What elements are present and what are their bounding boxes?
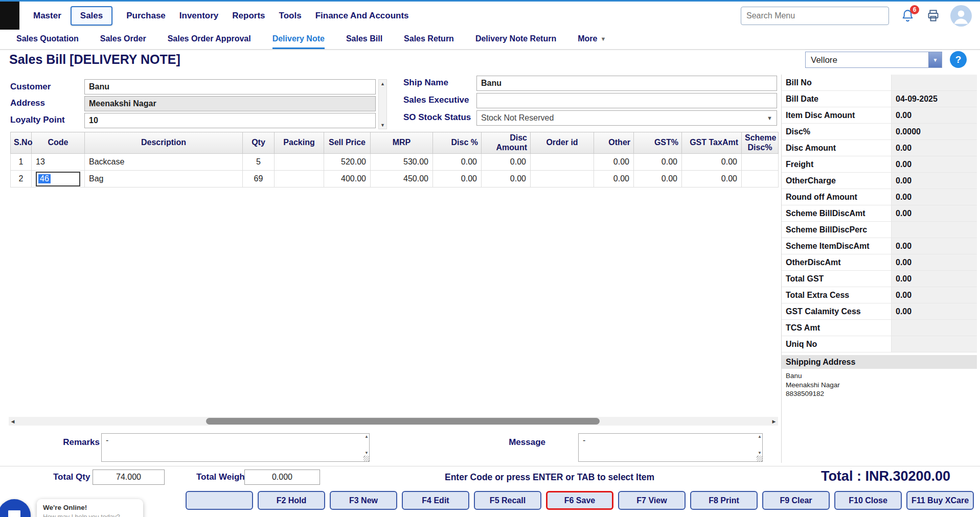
items-table: S.No Code Description Qty Packing Sell P…: [10, 132, 779, 187]
tab-delivery-note-return[interactable]: Delivery Note Return: [475, 30, 556, 49]
chat-status-card[interactable]: We're Online! How may I help you today?: [37, 499, 143, 517]
scroll-right-icon[interactable]: ▶: [770, 417, 778, 426]
items-header-row: S.No Code Description Qty Packing Sell P…: [11, 132, 779, 154]
cell-description: Bag: [85, 171, 243, 187]
branch-select[interactable]: Vellore ▼: [805, 52, 942, 68]
page-title: Sales Bill [DELIVERY NOTE]: [9, 52, 180, 67]
remarks-textarea[interactable]: - ▲ ▼: [101, 433, 370, 462]
sales-executive-label: Sales Executive: [403, 95, 469, 105]
tab-sales-quotation[interactable]: Sales Quotation: [16, 30, 79, 49]
dropdown-arrow-icon[interactable]: ▼: [928, 52, 942, 67]
f6-save-button[interactable]: F6 Save: [546, 491, 613, 510]
summary-row: Bill No: [782, 75, 977, 91]
total-qty-label: Total Qty: [53, 472, 90, 482]
f7-view-button[interactable]: F7 View: [618, 491, 686, 510]
total-weight-input[interactable]: [244, 469, 320, 485]
cell-disc-amount: 0.00: [482, 154, 531, 171]
scroll-up-icon[interactable]: ▲: [379, 80, 386, 87]
address-label: Address: [10, 98, 45, 108]
tab-sales-return[interactable]: Sales Return: [404, 30, 454, 49]
item-row[interactable]: 1 13 Backcase 5 520.00 530.00 0.00 0.00 …: [11, 154, 779, 171]
summary-label: OtherCharge: [782, 173, 891, 189]
resize-grip-icon[interactable]: [757, 456, 762, 461]
horizontal-scrollbar-thumb[interactable]: [206, 418, 600, 425]
summary-value: [891, 75, 977, 90]
f4-edit-button[interactable]: F4 Edit: [402, 491, 469, 510]
cell-other: 0.00: [594, 154, 634, 171]
col-header-description: Description: [85, 132, 243, 154]
scroll-down-icon[interactable]: ▼: [364, 451, 369, 455]
code-editor-input[interactable]: 46: [36, 172, 80, 186]
so-stock-status-select[interactable]: Stock Not Reserved ▼: [476, 110, 777, 126]
customer-input[interactable]: [84, 79, 376, 95]
tab-sales-bill[interactable]: Sales Bill: [346, 30, 382, 49]
scroll-down-icon[interactable]: ▼: [758, 451, 762, 455]
remarks-text: -: [106, 436, 108, 444]
message-textarea[interactable]: - ▲ ▼: [578, 433, 763, 462]
f3-new-button[interactable]: F3 New: [330, 491, 397, 510]
f1-button[interactable]: [186, 491, 253, 510]
summary-row: Freight0.00: [782, 156, 977, 173]
f2-hold-button[interactable]: F2 Hold: [258, 491, 325, 510]
summary-row: Scheme BillDiscAmt0.00: [782, 205, 977, 222]
summary-label: Bill Date: [782, 91, 891, 107]
tab-delivery-note[interactable]: Delivery Note: [272, 30, 325, 49]
cell-other: 0.00: [594, 171, 634, 187]
summary-value: [891, 320, 977, 336]
nav-item-purchase[interactable]: Purchase: [126, 11, 166, 21]
summary-value: 0.00: [891, 238, 977, 254]
nav-item-inventory[interactable]: Inventory: [179, 11, 219, 21]
col-header-disc-amount: Disc Amount: [482, 132, 531, 154]
form-vertical-scrollbar[interactable]: ▲ ▼: [378, 79, 387, 129]
scroll-left-icon[interactable]: ◀: [9, 417, 17, 426]
nav-item-finance-and-accounts[interactable]: Finance And Accounts: [315, 11, 409, 21]
tab-sales-order-approval[interactable]: Sales Order Approval: [168, 30, 251, 49]
sales-executive-input[interactable]: [476, 93, 777, 108]
scroll-up-icon[interactable]: ▲: [364, 435, 369, 439]
app-window: Master Sales Purchase Inventory Reports …: [0, 0, 980, 517]
loyalty-point-input[interactable]: [84, 113, 376, 128]
tab-more[interactable]: More▼: [578, 30, 606, 49]
f10-close-button[interactable]: F10 Close: [834, 491, 902, 510]
summary-value: 0.00: [891, 205, 977, 221]
resize-grip-icon[interactable]: [363, 456, 369, 461]
chat-launcher-button[interactable]: [0, 499, 31, 517]
cell-sno: 2: [11, 171, 32, 187]
print-button[interactable]: [926, 9, 940, 23]
cell-scheme-disc: [742, 171, 779, 187]
summary-label: Round off Amount: [782, 189, 891, 205]
nav-item-tools[interactable]: Tools: [279, 11, 302, 21]
f9-clear-button[interactable]: F9 Clear: [762, 491, 830, 510]
item-row[interactable]: 2 46 Bag 69 400.00 450.00 0.00 0.00 0.00…: [11, 171, 779, 187]
ship-name-input[interactable]: [476, 76, 777, 91]
address-field[interactable]: Meenakshi Nagar: [84, 96, 376, 111]
scroll-down-icon[interactable]: ▼: [379, 121, 386, 129]
cell-mrp: 450.00: [371, 171, 433, 187]
f8-print-button[interactable]: F8 Print: [690, 491, 758, 510]
grand-total: Total : INR.30200.00: [821, 468, 950, 484]
summary-row: Uniq No: [782, 336, 977, 353]
summary-row: Disc Amount0.00: [782, 140, 977, 156]
shipping-address-line: Banu: [786, 371, 973, 381]
chevron-down-icon: ▼: [600, 36, 606, 42]
nav-item-master[interactable]: Master: [33, 11, 61, 21]
summary-label: GST Calamity Cess: [782, 303, 891, 319]
f5-recall-button[interactable]: F5 Recall: [474, 491, 541, 510]
summary-value: 0.00: [891, 189, 977, 205]
table-horizontal-scrollbar[interactable]: ◀ ▶: [9, 417, 778, 426]
summary-row: Round off Amount0.00: [782, 189, 977, 205]
tab-sales-order[interactable]: Sales Order: [100, 30, 146, 49]
summary-value: 0.00: [891, 303, 977, 319]
summary-value: 0.00: [891, 254, 977, 270]
summary-row: Total GST0.00: [782, 271, 977, 287]
scroll-up-icon[interactable]: ▲: [758, 435, 762, 439]
nav-item-sales[interactable]: Sales: [71, 6, 112, 26]
total-qty-input[interactable]: [93, 469, 165, 485]
search-input[interactable]: [741, 7, 889, 25]
f11-buy-xcare-button[interactable]: F11 Buy XCare: [906, 491, 974, 510]
notifications-button[interactable]: 6: [900, 9, 915, 23]
nav-item-reports[interactable]: Reports: [232, 11, 265, 21]
help-button[interactable]: ?: [950, 51, 967, 68]
user-avatar[interactable]: [950, 5, 972, 27]
shipping-address-line: Meenakshi Nagar: [786, 381, 973, 390]
